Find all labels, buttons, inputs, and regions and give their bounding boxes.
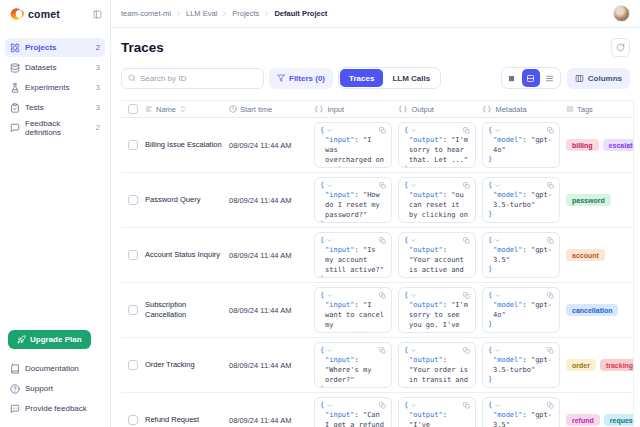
chevron-down-icon[interactable] <box>410 182 417 189</box>
row-checkbox[interactable] <box>128 250 138 260</box>
row-height-small-button[interactable] <box>503 69 521 87</box>
chevron-down-icon[interactable] <box>494 347 501 354</box>
text-icon <box>145 105 153 113</box>
sidebar-item-label: Projects <box>25 43 57 52</box>
row-height-large-button[interactable] <box>541 69 559 87</box>
column-header-output[interactable]: {} Output <box>398 105 482 114</box>
sort-icon[interactable] <box>179 105 187 113</box>
copy-icon[interactable] <box>547 292 554 299</box>
input-json-cell[interactable]: { "input": "How do I reset my password?"… <box>314 177 392 223</box>
search-input[interactable] <box>140 74 257 83</box>
metadata-json-cell[interactable]: { "model": "gpt-4o" } <box>482 122 560 168</box>
chevron-down-icon[interactable] <box>494 127 501 134</box>
chevron-down-icon[interactable] <box>410 127 417 134</box>
column-header-start-time[interactable]: Start time <box>229 105 314 114</box>
tab-llm-calls[interactable]: LLM Calls <box>383 69 439 87</box>
chevron-down-icon[interactable] <box>494 182 501 189</box>
row-checkbox[interactable] <box>128 360 138 370</box>
sidebar-item-provide-feedback[interactable]: Provide feedback <box>5 399 105 418</box>
filters-button[interactable]: Filters (0) <box>269 68 333 89</box>
metadata-json-cell[interactable]: { "model": "gpt-3.5-turbo" } <box>482 177 560 223</box>
copy-icon[interactable] <box>463 182 470 189</box>
chevron-down-icon[interactable] <box>494 292 501 299</box>
upgrade-plan-button[interactable]: Upgrade Plan <box>8 330 91 349</box>
column-header-metadata[interactable]: {} Metadata <box>482 105 566 114</box>
metadata-json-cell[interactable]: { "model": "gpt-3.5" } <box>482 397 560 427</box>
sidebar-item-tests[interactable]: Tests 3 <box>5 98 105 117</box>
sidebar-item-experiments[interactable]: Experiments 3 <box>5 78 105 97</box>
copy-icon[interactable] <box>379 347 386 354</box>
table-row[interactable]: Order Tracking 08/09/24 11:44 AM { "inpu… <box>121 338 633 393</box>
sidebar-item-datasets[interactable]: Datasets 3 <box>5 58 105 77</box>
output-json-cell[interactable]: { "output": "I'm sorry to hear that. Let… <box>398 122 476 168</box>
copy-icon[interactable] <box>547 402 554 409</box>
chevron-down-icon[interactable] <box>410 237 417 244</box>
chevron-down-icon[interactable] <box>494 237 501 244</box>
sidebar-item-documentation[interactable]: Documentation <box>5 359 105 378</box>
output-json-cell[interactable]: { "output": "I'm sorry to see you go. I'… <box>398 287 476 333</box>
copy-icon[interactable] <box>379 292 386 299</box>
sidebar-item-feedback-definitions[interactable]: Feedback definitions 2 <box>5 118 105 137</box>
chevron-down-icon[interactable] <box>326 182 333 189</box>
copy-icon[interactable] <box>463 237 470 244</box>
chevron-down-icon[interactable] <box>326 402 333 409</box>
metadata-json-cell[interactable]: { "model": "gpt-3.5-turbo" } <box>482 342 560 388</box>
column-header-input[interactable]: {} Input <box>314 105 398 114</box>
copy-icon[interactable] <box>547 182 554 189</box>
metadata-json-cell[interactable]: { "model": "gpt-4o" } <box>482 287 560 333</box>
copy-icon[interactable] <box>379 402 386 409</box>
input-json-cell[interactable]: { "input": "I was overcharged on my last… <box>314 122 392 168</box>
breadcrumb-workspace[interactable]: team-comet-ml <box>121 9 171 18</box>
input-json-cell[interactable]: { "input": "Where's my order?" } <box>314 342 392 388</box>
select-all-checkbox[interactable] <box>128 104 138 114</box>
row-checkbox[interactable] <box>128 305 138 315</box>
table-row[interactable]: Account Status Inquiry 08/09/24 11:44 AM… <box>121 228 633 283</box>
chevron-down-icon[interactable] <box>326 347 333 354</box>
output-json-cell[interactable]: { "output": "Your account is active and … <box>398 232 476 278</box>
copy-icon[interactable] <box>463 292 470 299</box>
table-row[interactable]: Subscription Cancellation 08/09/24 11:44… <box>121 283 633 338</box>
chevron-down-icon[interactable] <box>326 292 333 299</box>
input-json-cell[interactable]: { "input": "I want to cancel my subscrip… <box>314 287 392 333</box>
row-height-medium-button[interactable] <box>522 69 540 87</box>
row-checkbox[interactable] <box>128 415 138 425</box>
chevron-down-icon[interactable] <box>326 127 333 134</box>
sidebar-item-support[interactable]: Support <box>5 379 105 398</box>
breadcrumb-projects[interactable]: Projects <box>232 9 259 18</box>
table-row[interactable]: Refund Request 08/09/24 11:44 AM { "inpu… <box>121 393 633 427</box>
chevron-down-icon[interactable] <box>410 347 417 354</box>
copy-icon[interactable] <box>547 127 554 134</box>
output-json-cell[interactable]: { "output": "Your order is in transit an… <box>398 342 476 388</box>
output-json-cell[interactable]: { "output": "ou can reset it by clicking… <box>398 177 476 223</box>
column-header-name[interactable]: Name <box>145 105 229 114</box>
user-avatar[interactable] <box>613 5 630 22</box>
copy-icon[interactable] <box>379 237 386 244</box>
row-checkbox[interactable] <box>128 140 138 150</box>
chevron-down-icon[interactable] <box>326 237 333 244</box>
chevron-down-icon[interactable] <box>410 402 417 409</box>
copy-icon[interactable] <box>463 127 470 134</box>
chevron-down-icon[interactable] <box>494 402 501 409</box>
row-checkbox[interactable] <box>128 195 138 205</box>
columns-button[interactable]: Columns <box>567 68 630 89</box>
input-json-cell[interactable]: { "input": "Can I get a refund for my la… <box>314 397 392 427</box>
breadcrumb-section[interactable]: LLM Eval <box>186 9 217 18</box>
trace-name: Password Query <box>145 195 206 205</box>
copy-icon[interactable] <box>379 182 386 189</box>
input-json-cell[interactable]: { "input": "Is my account still active?"… <box>314 232 392 278</box>
tab-traces[interactable]: Traces <box>340 69 383 87</box>
copy-icon[interactable] <box>379 127 386 134</box>
table-row[interactable]: Billing Issue Escalation 08/09/24 11:44 … <box>121 118 633 173</box>
column-header-tags[interactable]: Tags <box>566 105 633 114</box>
copy-icon[interactable] <box>547 347 554 354</box>
metadata-json-cell[interactable]: { "model": "gpt-3.5" } <box>482 232 560 278</box>
refresh-button[interactable] <box>611 38 630 57</box>
table-row[interactable]: Password Query 08/09/24 11:44 AM { "inpu… <box>121 173 633 228</box>
copy-icon[interactable] <box>547 237 554 244</box>
sidebar-item-projects[interactable]: Projects 2 <box>5 38 105 57</box>
output-json-cell[interactable]: { "output": "I've submitted your refund … <box>398 397 476 427</box>
copy-icon[interactable] <box>463 347 470 354</box>
sidebar-toggle-button[interactable] <box>93 10 102 19</box>
chevron-down-icon[interactable] <box>410 292 417 299</box>
copy-icon[interactable] <box>463 402 470 409</box>
